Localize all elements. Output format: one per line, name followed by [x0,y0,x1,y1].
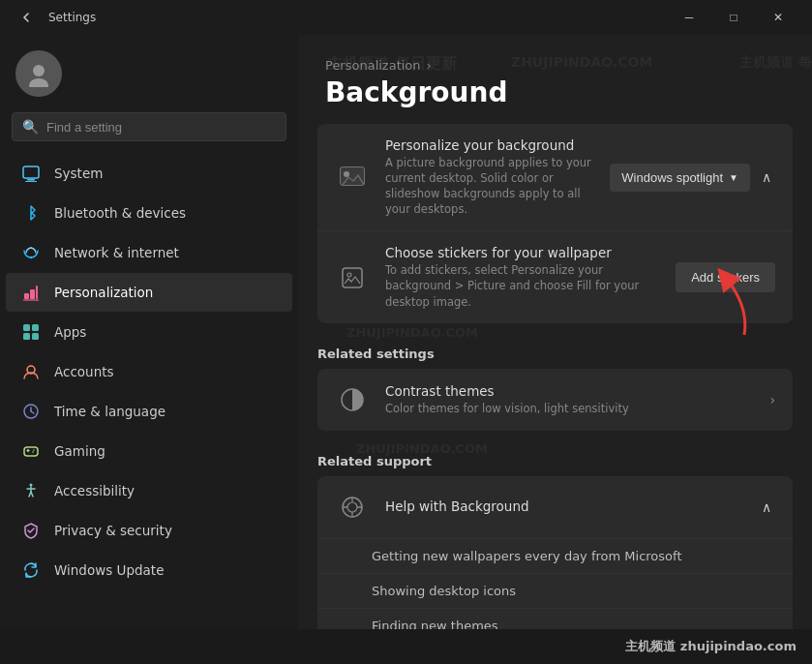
gaming-icon [21,441,41,461]
bluetooth-icon [21,203,41,223]
add-stickers-button[interactable]: Add stickers [676,262,775,292]
help-item-1[interactable]: Showing desktop icons [317,574,793,609]
background-card: Personalize your background A picture ba… [317,124,793,323]
title-bar: Settings ─ □ ✕ [0,0,812,35]
sidebar-nav: System Bluetooth & devices [0,153,298,590]
avatar [15,50,62,97]
back-button[interactable] [12,3,41,32]
help-item-0[interactable]: Getting new wallpapers every day from Mi… [317,539,793,574]
help-header-row[interactable]: Help with Background ∧ [317,476,793,539]
stickers-title: Choose stickers for your wallpaper [385,245,660,260]
background-icon [335,160,370,195]
search-icon: 🔍 [22,119,39,135]
svg-point-30 [344,171,349,177]
sidebar-item-gaming[interactable]: Gaming [6,432,292,470]
sidebar-item-accounts[interactable]: Accounts [6,352,292,391]
network-icon [21,243,41,262]
sidebar-item-accessibility[interactable]: Accessibility [6,471,292,510]
chevron-down-icon: ▼ [729,172,738,183]
sidebar-item-network[interactable]: Network & internet [6,233,292,272]
sidebar-item-system[interactable]: System [6,154,292,193]
svg-rect-10 [23,324,30,331]
personalize-desc: A picture background applies to your cur… [385,155,594,217]
svg-rect-8 [36,286,38,299]
search-input[interactable] [46,120,276,135]
sidebar-item-label: Gaming [54,443,105,459]
svg-rect-3 [27,179,35,181]
sidebar-item-apps[interactable]: Apps [6,313,292,351]
personalize-action: Windows spotlight ▼ ∧ [610,164,775,192]
svg-point-5 [30,257,32,258]
stickers-text: Choose stickers for your wallpaper To ad… [385,245,660,309]
time-icon [21,402,41,421]
svg-rect-12 [23,333,30,340]
breadcrumb-separator: › [427,58,432,73]
sidebar: 🔍 System [0,35,298,629]
collapse-button[interactable]: ∧ [758,166,775,189]
personalization-icon [21,283,41,302]
sidebar-item-update[interactable]: Windows Update [6,551,292,589]
search-box[interactable]: 🔍 [12,112,286,141]
contrast-icon [335,382,370,417]
sidebar-item-bluetooth[interactable]: Bluetooth & devices [6,194,292,232]
svg-point-32 [347,273,351,277]
bottom-bar: 主机频道 zhujipindao.com [0,629,812,664]
svg-point-35 [347,502,357,512]
svg-rect-13 [32,333,39,340]
svg-point-23 [30,484,33,487]
sidebar-item-label: Bluetooth & devices [54,205,186,221]
stickers-desc: To add stickers, select Personalize your… [385,262,660,309]
background-type-dropdown[interactable]: Windows spotlight ▼ [610,164,750,192]
page-header: Personalization › Background [298,35,812,124]
sidebar-item-label: Personalization [54,285,153,300]
sidebar-item-label: Accounts [54,364,114,379]
sidebar-item-label: Apps [54,324,86,340]
stickers-row: Choose stickers for your wallpaper To ad… [317,231,793,322]
system-icon [21,164,41,183]
svg-point-0 [33,65,45,76]
window-controls: ─ □ ✕ [667,3,800,32]
sidebar-item-personalization[interactable]: Personalization [6,273,292,312]
contrast-text: Contrast themes Color themes for low vis… [385,383,754,416]
svg-point-1 [29,78,48,87]
svg-rect-31 [343,268,362,287]
user-profile [0,35,298,105]
app-title: Settings [48,11,96,24]
help-title: Help with Background [385,498,742,514]
sidebar-item-label: Accessibility [54,483,135,498]
related-support-card: Help with Background ∧ Getting new wallp… [317,476,793,629]
dropdown-label: Windows spotlight [621,170,723,185]
maximize-button[interactable]: □ [711,3,756,32]
help-item-2[interactable]: Finding new themes [317,609,793,629]
minimize-button[interactable]: ─ [667,3,711,32]
sidebar-item-label: Network & internet [54,245,179,260]
sidebar-item-label: Time & language [54,404,165,419]
page-title: Background [325,76,785,108]
content-body: Personalize your background A picture ba… [298,124,812,629]
personalize-text: Personalize your background A picture ba… [385,137,594,217]
sidebar-item-label: System [54,166,103,181]
svg-rect-18 [24,447,38,456]
contrast-row[interactable]: Contrast themes Color themes for low vis… [317,369,793,431]
sidebar-item-time[interactable]: Time & language [6,392,292,431]
sidebar-item-label: Windows Update [54,562,164,578]
help-icon [335,490,370,525]
sidebar-item-privacy[interactable]: Privacy & security [6,511,292,550]
related-settings-label: Related settings [317,331,793,369]
svg-line-27 [31,492,33,497]
svg-line-17 [31,411,34,413]
svg-rect-4 [25,181,37,182]
svg-rect-7 [30,289,35,299]
help-collapse-button[interactable]: ∧ [758,496,775,519]
accounts-icon [21,362,41,381]
accessibility-icon [21,481,41,500]
contrast-title: Contrast themes [385,383,754,399]
close-button[interactable]: ✕ [756,3,800,32]
main-layout: 🔍 System [0,35,812,629]
breadcrumb-parent: Personalization [325,58,421,73]
breadcrumb: Personalization › [325,58,785,73]
related-support-label: Related support [317,438,793,476]
personalize-title: Personalize your background [385,137,594,153]
privacy-icon [21,521,41,540]
content-area: 主机频道 每日更新 ZHUJIPINDAO.COM 主机频道 每 主机频道 每日… [298,35,812,629]
